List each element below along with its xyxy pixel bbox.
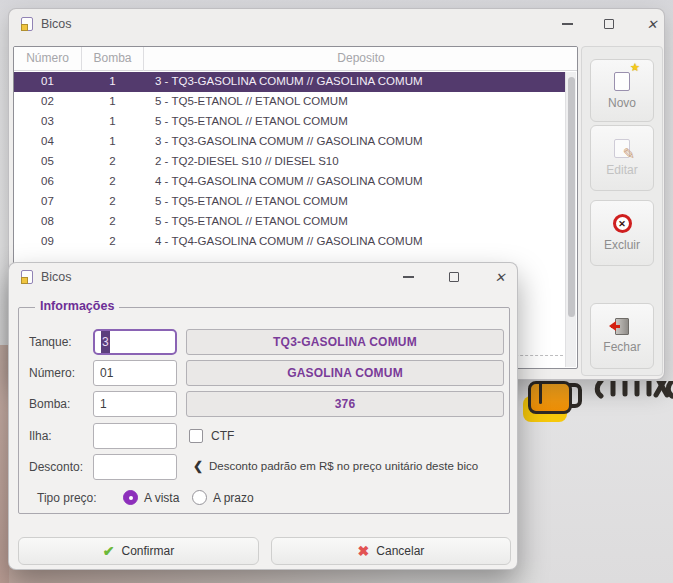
cell-deposito: 5 - TQ5-ETANOL // ETANOL COMUM <box>155 195 565 207</box>
dialog-minimize-button[interactable] <box>393 266 423 288</box>
numero-label: Número: <box>29 366 75 380</box>
minimize-icon <box>562 23 573 25</box>
bicos-edit-dialog: Bicos Informações Tanque: 3 TQ3-GASOLINA… <box>8 262 518 570</box>
ilha-label: Ilha: <box>29 429 52 443</box>
bomba-input[interactable] <box>93 391 177 417</box>
main-titlebar[interactable]: Bicos <box>9 9 664 39</box>
minimize-button[interactable] <box>552 13 582 35</box>
radio-a-prazo[interactable] <box>192 490 207 505</box>
ilha-input[interactable] <box>93 423 177 449</box>
app-window-icon <box>21 270 33 284</box>
form-row-desconto: Desconto: ❮ Desconto padrão em R$ no pre… <box>9 454 519 480</box>
cell-bomba: 1 <box>81 75 144 87</box>
cell-deposito: 5 - TQ5-ETANOL // ETANOL COMUM <box>155 215 565 227</box>
table-row[interactable]: 01 1 3 - TQ3-GASOLINA COMUM // GASOLINA … <box>14 72 565 92</box>
close-button[interactable] <box>637 13 667 35</box>
ctf-label: CTF <box>211 429 234 443</box>
cell-numero: 09 <box>14 235 81 247</box>
novo-button[interactable]: Novo <box>590 59 654 122</box>
table-row[interactable]: 04 1 3 - TQ3-GASOLINA COMUM // GASOLINA … <box>14 132 565 152</box>
cell-deposito: 4 - TQ4-GASOLINA COMUM // GASOLINA COMUM <box>155 175 565 187</box>
close-icon <box>495 268 506 286</box>
excluir-button[interactable]: Excluir <box>590 200 654 266</box>
desconto-input[interactable] <box>93 454 177 480</box>
hint-arrow-icon: ❮ <box>193 459 203 473</box>
cell-bomba: 2 <box>81 175 144 187</box>
cell-numero: 02 <box>14 95 81 107</box>
cell-numero: 06 <box>14 175 81 187</box>
a-prazo-label: A prazo <box>213 491 254 505</box>
table-header: Número Bomba Deposito <box>14 47 577 71</box>
cancelar-button[interactable]: Cancelar <box>271 537 511 565</box>
cell-bomba: 2 <box>81 235 144 247</box>
dialog-title: Bicos <box>41 270 72 284</box>
novo-label: Novo <box>608 96 636 110</box>
table-row[interactable]: 07 2 5 - TQ5-ETANOL // ETANOL COMUM <box>14 192 565 212</box>
table-row[interactable]: 08 2 5 - TQ5-ETANOL // ETANOL COMUM <box>14 212 565 232</box>
check-icon <box>103 543 115 559</box>
form-row-tanque: Tanque: 3 TQ3-GASOLINA COMUM <box>9 329 519 355</box>
dialog-titlebar[interactable]: Bicos <box>9 263 517 291</box>
exit-door-icon <box>615 318 629 335</box>
main-window-title: Bicos <box>41 17 72 31</box>
column-header-numero: Número <box>14 51 81 65</box>
table-row[interactable]: 05 2 2 - TQ2-DIESEL S10 // DIESEL S10 <box>14 152 565 172</box>
cell-numero: 05 <box>14 155 81 167</box>
cell-numero: 03 <box>14 115 81 127</box>
cell-bomba: 2 <box>81 215 144 227</box>
desconto-hint: Desconto padrão em R$ no preço unitário … <box>209 460 478 472</box>
x-icon <box>358 543 370 559</box>
cell-deposito: 2 - TQ2-DIESEL S10 // DIESEL S10 <box>155 155 565 167</box>
cell-deposito: 4 - TQ4-GASOLINA COMUM // GASOLINA COMUM <box>155 235 565 247</box>
numero-input[interactable] <box>93 360 177 386</box>
scrollbar-thumb[interactable] <box>568 77 575 317</box>
table-row[interactable]: 02 1 5 - TQ5-ETANOL // ETANOL COMUM <box>14 92 565 112</box>
table-row[interactable]: 06 2 4 - TQ4-GASOLINA COMUM // GASOLINA … <box>14 172 565 192</box>
vertical-scrollbar[interactable] <box>565 72 576 367</box>
cancelar-label: Cancelar <box>376 544 424 558</box>
cell-bomba: 1 <box>81 95 144 107</box>
desconto-label: Desconto: <box>29 460 83 474</box>
edit-pencil-icon <box>614 139 630 158</box>
cell-deposito: 5 - TQ5-ETANOL // ETANOL COMUM <box>155 115 565 127</box>
close-icon <box>647 15 658 33</box>
table-row[interactable]: 09 2 4 - TQ4-GASOLINA COMUM // GASOLINA … <box>14 232 565 252</box>
editar-button[interactable]: Editar <box>590 125 654 191</box>
confirmar-label: Confirmar <box>122 544 175 558</box>
tipo-preco-label: Tipo preço: <box>37 491 97 505</box>
app-window-icon <box>21 17 33 31</box>
form-row-ilha: Ilha: CTF <box>9 423 519 449</box>
exit-arrow-icon <box>611 325 620 328</box>
maximize-button[interactable] <box>594 13 624 35</box>
cell-bomba: 2 <box>81 155 144 167</box>
wallpaper-logo-glyphs <box>593 381 673 415</box>
fechar-label: Fechar <box>603 340 640 354</box>
cell-numero: 04 <box>14 135 81 147</box>
dialog-maximize-button[interactable] <box>439 266 469 288</box>
bomba-display-panel: 376 <box>186 391 504 417</box>
bomba-label: Bomba: <box>29 397 70 411</box>
ctf-checkbox[interactable] <box>189 429 203 443</box>
cell-deposito: 5 - TQ5-ETANOL // ETANOL COMUM <box>155 95 565 107</box>
selected-text: 3 <box>101 331 110 353</box>
a-vista-label: A vista <box>144 491 179 505</box>
column-header-bomba: Bomba <box>81 47 144 71</box>
radio-a-vista[interactable] <box>123 490 138 505</box>
cell-numero: 07 <box>14 195 81 207</box>
form-row-tipo-preco: Tipo preço: A vista A prazo <box>9 485 519 511</box>
fechar-button[interactable]: Fechar <box>590 303 654 369</box>
form-row-bomba: Bomba: 376 <box>9 391 519 417</box>
numero-display-panel: GASOLINA COMUM <box>186 360 504 386</box>
cell-bomba: 1 <box>81 115 144 127</box>
confirmar-button[interactable]: Confirmar <box>18 537 259 565</box>
maximize-icon <box>604 19 614 29</box>
tanque-label: Tanque: <box>29 335 72 349</box>
cell-deposito: 3 - TQ3-GASOLINA COMUM // GASOLINA COMUM <box>155 75 565 87</box>
groupbox-legend: Informações <box>35 299 119 313</box>
tanque-input[interactable]: 3 <box>93 329 177 355</box>
table-row[interactable]: 03 1 5 - TQ5-ETANOL // ETANOL COMUM <box>14 112 565 132</box>
dialog-close-button[interactable] <box>485 266 515 288</box>
editar-label: Editar <box>606 163 637 177</box>
cell-bomba: 2 <box>81 195 144 207</box>
wallpaper-orange-icon <box>528 381 572 414</box>
